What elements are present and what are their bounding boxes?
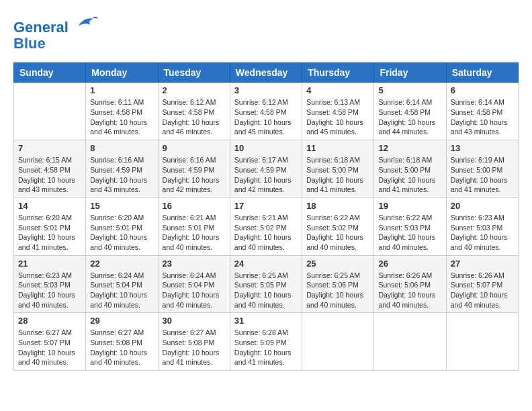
day-info: Sunrise: 6:26 AM Sunset: 5:06 PM Dayligh… [378, 271, 441, 310]
day-info: Sunrise: 6:25 AM Sunset: 5:06 PM Dayligh… [306, 271, 369, 310]
day-number: 19 [378, 201, 441, 211]
day-info: Sunrise: 6:27 AM Sunset: 5:08 PM Dayligh… [90, 328, 153, 367]
day-number: 2 [163, 85, 226, 95]
day-info: Sunrise: 6:20 AM Sunset: 5:01 PM Dayligh… [18, 213, 81, 253]
day-number: 12 [378, 143, 441, 153]
day-number: 14 [18, 201, 81, 211]
calendar-cell: 4Sunrise: 6:13 AM Sunset: 4:58 PM Daylig… [302, 83, 374, 140]
day-number: 30 [163, 316, 226, 326]
calendar-cell: 20Sunrise: 6:23 AM Sunset: 5:03 PM Dayli… [446, 197, 518, 255]
day-info: Sunrise: 6:16 AM Sunset: 4:59 PM Dayligh… [90, 155, 153, 195]
day-number: 11 [306, 143, 369, 153]
day-number: 5 [378, 85, 441, 95]
day-info: Sunrise: 6:18 AM Sunset: 5:00 PM Dayligh… [378, 155, 441, 195]
day-info: Sunrise: 6:21 AM Sunset: 5:02 PM Dayligh… [234, 213, 298, 253]
day-header-sunday: Sunday [14, 63, 86, 83]
day-info: Sunrise: 6:25 AM Sunset: 5:05 PM Dayligh… [234, 271, 298, 310]
day-info: Sunrise: 6:12 AM Sunset: 4:58 PM Dayligh… [234, 97, 298, 137]
day-info: Sunrise: 6:24 AM Sunset: 5:04 PM Dayligh… [163, 271, 226, 310]
day-number: 22 [90, 259, 153, 269]
calendar-cell: 1Sunrise: 6:11 AM Sunset: 4:58 PM Daylig… [86, 83, 158, 140]
day-number: 10 [234, 143, 298, 153]
day-number: 17 [234, 201, 298, 211]
logo-general: General [13, 19, 69, 36]
calendar-cell: 5Sunrise: 6:14 AM Sunset: 4:58 PM Daylig… [374, 83, 446, 140]
page-header: General Blue [13, 13, 519, 52]
day-info: Sunrise: 6:22 AM Sunset: 5:02 PM Dayligh… [306, 213, 369, 253]
day-number: 7 [18, 143, 81, 153]
calendar-cell: 28Sunrise: 6:27 AM Sunset: 5:07 PM Dayli… [14, 313, 86, 371]
calendar-cell: 19Sunrise: 6:22 AM Sunset: 5:03 PM Dayli… [374, 197, 446, 255]
day-info: Sunrise: 6:21 AM Sunset: 5:01 PM Dayligh… [163, 213, 226, 253]
calendar-cell [446, 313, 518, 371]
day-number: 26 [378, 259, 441, 269]
day-number: 23 [163, 259, 226, 269]
day-header-wednesday: Wednesday [230, 63, 302, 83]
day-number: 15 [90, 201, 153, 211]
day-info: Sunrise: 6:22 AM Sunset: 5:03 PM Dayligh… [378, 213, 441, 253]
calendar-cell: 8Sunrise: 6:16 AM Sunset: 4:59 PM Daylig… [86, 140, 158, 198]
calendar-cell: 31Sunrise: 6:28 AM Sunset: 5:09 PM Dayli… [230, 313, 302, 371]
calendar-cell: 13Sunrise: 6:19 AM Sunset: 5:00 PM Dayli… [446, 140, 518, 198]
calendar-header-row: SundayMondayTuesdayWednesdayThursdayFrid… [14, 63, 519, 83]
calendar-week-3: 14Sunrise: 6:20 AM Sunset: 5:01 PM Dayli… [14, 197, 519, 255]
calendar-cell: 24Sunrise: 6:25 AM Sunset: 5:05 PM Dayli… [230, 255, 302, 313]
calendar-week-4: 21Sunrise: 6:23 AM Sunset: 5:03 PM Dayli… [14, 255, 519, 313]
day-info: Sunrise: 6:13 AM Sunset: 4:58 PM Dayligh… [306, 97, 369, 137]
day-number: 31 [234, 316, 298, 326]
day-info: Sunrise: 6:23 AM Sunset: 5:03 PM Dayligh… [18, 271, 81, 310]
calendar-cell: 3Sunrise: 6:12 AM Sunset: 4:58 PM Daylig… [230, 83, 302, 140]
calendar-cell [374, 313, 446, 371]
day-number: 28 [18, 316, 81, 326]
day-info: Sunrise: 6:18 AM Sunset: 5:00 PM Dayligh… [306, 155, 369, 195]
calendar-cell: 21Sunrise: 6:23 AM Sunset: 5:03 PM Dayli… [14, 255, 86, 313]
calendar-cell: 27Sunrise: 6:26 AM Sunset: 5:07 PM Dayli… [446, 255, 518, 313]
day-header-thursday: Thursday [302, 63, 374, 83]
day-info: Sunrise: 6:14 AM Sunset: 4:58 PM Dayligh… [378, 97, 441, 137]
day-info: Sunrise: 6:11 AM Sunset: 4:58 PM Dayligh… [90, 97, 153, 137]
calendar-cell: 26Sunrise: 6:26 AM Sunset: 5:06 PM Dayli… [374, 255, 446, 313]
calendar-cell: 18Sunrise: 6:22 AM Sunset: 5:02 PM Dayli… [302, 197, 374, 255]
day-info: Sunrise: 6:28 AM Sunset: 5:09 PM Dayligh… [234, 328, 298, 367]
day-number: 13 [451, 143, 514, 153]
logo-blue: Blue [13, 35, 46, 52]
day-number: 1 [90, 85, 153, 95]
calendar-week-2: 7Sunrise: 6:15 AM Sunset: 4:58 PM Daylig… [14, 140, 519, 198]
day-number: 4 [306, 85, 369, 95]
day-number: 24 [234, 259, 298, 269]
day-number: 8 [90, 143, 153, 153]
day-number: 21 [18, 259, 81, 269]
day-number: 20 [451, 201, 514, 211]
day-header-tuesday: Tuesday [158, 63, 230, 83]
calendar-cell: 22Sunrise: 6:24 AM Sunset: 5:04 PM Dayli… [86, 255, 158, 313]
calendar-cell: 15Sunrise: 6:20 AM Sunset: 5:01 PM Dayli… [86, 197, 158, 255]
logo: General Blue [13, 13, 99, 52]
calendar-cell: 14Sunrise: 6:20 AM Sunset: 5:01 PM Dayli… [14, 197, 86, 255]
day-header-monday: Monday [86, 63, 158, 83]
calendar-cell: 30Sunrise: 6:27 AM Sunset: 5:08 PM Dayli… [158, 313, 230, 371]
calendar-cell: 25Sunrise: 6:25 AM Sunset: 5:06 PM Dayli… [302, 255, 374, 313]
day-number: 29 [90, 316, 153, 326]
day-info: Sunrise: 6:12 AM Sunset: 4:58 PM Dayligh… [163, 97, 226, 137]
calendar-cell: 12Sunrise: 6:18 AM Sunset: 5:00 PM Dayli… [374, 140, 446, 198]
calendar-table: SundayMondayTuesdayWednesdayThursdayFrid… [13, 62, 519, 371]
calendar-cell: 16Sunrise: 6:21 AM Sunset: 5:01 PM Dayli… [158, 197, 230, 255]
calendar-cell: 6Sunrise: 6:14 AM Sunset: 4:58 PM Daylig… [446, 83, 518, 140]
calendar-cell: 11Sunrise: 6:18 AM Sunset: 5:00 PM Dayli… [302, 140, 374, 198]
calendar-cell [14, 83, 86, 140]
calendar-cell [302, 313, 374, 371]
logo-bird-icon [75, 13, 99, 32]
day-header-friday: Friday [374, 63, 446, 83]
calendar-cell: 10Sunrise: 6:17 AM Sunset: 4:59 PM Dayli… [230, 140, 302, 198]
day-info: Sunrise: 6:14 AM Sunset: 4:58 PM Dayligh… [451, 97, 514, 137]
day-info: Sunrise: 6:15 AM Sunset: 4:58 PM Dayligh… [18, 155, 81, 195]
calendar-cell: 9Sunrise: 6:16 AM Sunset: 4:59 PM Daylig… [158, 140, 230, 198]
day-info: Sunrise: 6:16 AM Sunset: 4:59 PM Dayligh… [163, 155, 226, 195]
day-header-saturday: Saturday [446, 63, 518, 83]
day-number: 25 [306, 259, 369, 269]
calendar-cell: 29Sunrise: 6:27 AM Sunset: 5:08 PM Dayli… [86, 313, 158, 371]
day-number: 27 [451, 259, 514, 269]
calendar-week-5: 28Sunrise: 6:27 AM Sunset: 5:07 PM Dayli… [14, 313, 519, 371]
day-number: 9 [163, 143, 226, 153]
calendar-week-1: 1Sunrise: 6:11 AM Sunset: 4:58 PM Daylig… [14, 83, 519, 140]
